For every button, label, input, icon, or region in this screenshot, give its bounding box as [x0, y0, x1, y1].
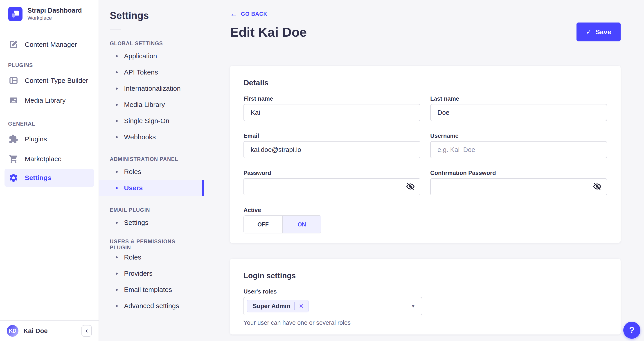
first-name-label: First name	[244, 95, 420, 102]
sidebar-item-label: Marketplace	[25, 155, 62, 163]
shopping-cart-icon	[8, 154, 19, 164]
question-mark-icon: ?	[629, 325, 634, 335]
strapi-logo-icon	[8, 7, 22, 21]
settings-sidebar: Settings GLOBAL SETTINGS Application API…	[99, 0, 204, 341]
sidebar-item-content-type-builder[interactable]: Content-Type Builder	[0, 71, 98, 90]
password-field-group: Password	[244, 170, 420, 195]
bullet-icon	[116, 71, 118, 74]
sidebar-item-label: Media Library	[25, 96, 66, 104]
bullet-icon	[116, 289, 118, 291]
save-label: Save	[596, 28, 611, 36]
settings-item-up-roles[interactable]: Roles	[99, 249, 204, 265]
settings-item-admin-users[interactable]: Users	[99, 180, 204, 196]
toggle-confirmation-password-visibility-button[interactable]	[593, 182, 602, 192]
confirmation-password-input[interactable]	[430, 178, 607, 195]
bullet-icon	[116, 305, 118, 307]
first-name-field-group: First name	[244, 95, 420, 121]
settings-item-label: Internationalization	[124, 85, 181, 92]
last-name-field-group: Last name	[430, 95, 607, 121]
divider	[110, 29, 120, 30]
bullet-icon	[116, 120, 118, 122]
section-global-settings: GLOBAL SETTINGS	[99, 39, 204, 48]
bullet-icon	[116, 187, 118, 189]
eye-off-icon	[406, 182, 415, 192]
last-name-label: Last name	[430, 95, 607, 102]
main-content: ← GO BACK Edit Kai Doe ✓ Save Details Fi…	[204, 0, 644, 341]
sidebar-item-plugins[interactable]: Plugins	[0, 129, 98, 149]
bullet-icon	[116, 256, 118, 258]
settings-item-admin-roles[interactable]: Roles	[99, 164, 204, 180]
sidebar-item-content-manager[interactable]: Content Manager	[0, 35, 98, 54]
primary-sidebar: Strapi Dashboard Workplace Content Manag…	[0, 0, 99, 341]
settings-item-email-templates[interactable]: Email templates	[99, 282, 204, 298]
settings-item-label: Email templates	[124, 286, 172, 294]
active-label: Active	[244, 207, 607, 214]
username-label: Username	[430, 132, 607, 139]
user-name: Kai Doe	[24, 327, 76, 335]
collapse-sidebar-button[interactable]: ‹	[82, 325, 92, 337]
settings-item-internationalization[interactable]: Internationalization	[99, 80, 204, 96]
remove-role-button[interactable]: ✕	[299, 303, 308, 309]
confirmation-password-field-group: Confirmation Password	[430, 170, 607, 195]
puzzle-icon	[8, 134, 19, 144]
bullet-icon	[116, 222, 118, 224]
bullet-icon	[116, 136, 118, 138]
go-back-label: GO BACK	[241, 11, 268, 17]
settings-item-media-library[interactable]: Media Library	[99, 96, 204, 113]
details-card: Details First name Last name Email	[230, 66, 620, 243]
settings-item-webhooks[interactable]: Webhooks	[99, 129, 204, 145]
sidebar-item-settings[interactable]: Settings	[4, 169, 94, 187]
bullet-icon	[116, 104, 118, 106]
settings-item-single-sign-on[interactable]: Single Sign-On	[99, 113, 204, 129]
bullet-icon	[116, 55, 118, 57]
sidebar-item-label: Content Manager	[25, 41, 77, 48]
sidebar-item-label: Plugins	[25, 135, 47, 143]
email-input[interactable]	[244, 141, 420, 158]
last-name-input[interactable]	[430, 104, 607, 121]
toggle-on-option[interactable]: ON	[282, 216, 321, 233]
help-button[interactable]: ?	[623, 322, 640, 339]
close-icon: ✕	[299, 303, 304, 310]
sidebar-item-label: Settings	[25, 174, 51, 182]
settings-item-api-tokens[interactable]: API Tokens	[99, 64, 204, 80]
toggle-password-visibility-button[interactable]	[406, 182, 415, 192]
sidebar-item-media-library[interactable]: Media Library	[0, 90, 98, 110]
settings-sidebar-title: Settings	[99, 10, 204, 21]
save-button[interactable]: ✓ Save	[576, 22, 620, 42]
sidebar-item-marketplace[interactable]: Marketplace	[0, 149, 98, 169]
bullet-icon	[116, 88, 118, 90]
details-heading: Details	[244, 78, 607, 87]
bullet-icon	[116, 272, 118, 274]
role-tag-label: Super Admin	[253, 303, 290, 310]
sidebar-section-plugins: PLUGINS	[0, 60, 98, 71]
settings-item-label: Users	[124, 184, 143, 192]
avatar: KD	[7, 325, 18, 337]
workspace-brand: Strapi Dashboard Workplace	[0, 0, 98, 28]
settings-item-label: Webhooks	[124, 133, 156, 141]
password-input[interactable]	[244, 178, 420, 195]
toggle-off-option[interactable]: OFF	[244, 216, 282, 233]
gear-icon	[8, 173, 19, 183]
settings-item-application[interactable]: Application	[99, 48, 204, 64]
login-settings-heading: Login settings	[244, 271, 607, 280]
go-back-link[interactable]: ← GO BACK	[230, 10, 267, 18]
role-tag: Super Admin ✕	[247, 300, 309, 312]
settings-item-label: Single Sign-On	[124, 117, 170, 125]
settings-item-email-settings[interactable]: Settings	[99, 214, 204, 231]
first-name-input[interactable]	[244, 104, 420, 121]
sidebar-item-label: Content-Type Builder	[25, 77, 88, 84]
picture-icon	[8, 96, 19, 105]
settings-item-label: Advanced settings	[124, 302, 179, 310]
login-settings-card: Login settings User's roles Super Admin …	[230, 258, 620, 334]
eye-off-icon	[593, 182, 602, 192]
users-roles-select[interactable]: Super Admin ✕ ▼	[244, 297, 422, 315]
feather-pen-icon	[8, 40, 19, 50]
workspace-subtitle: Workplace	[28, 15, 82, 21]
username-input[interactable]	[430, 141, 607, 158]
settings-item-label: Roles	[124, 168, 141, 176]
settings-item-providers[interactable]: Providers	[99, 265, 204, 282]
settings-item-label: Roles	[124, 254, 141, 261]
email-field-group: Email	[244, 132, 420, 158]
settings-item-advanced-settings[interactable]: Advanced settings	[99, 298, 204, 314]
email-label: Email	[244, 132, 420, 139]
